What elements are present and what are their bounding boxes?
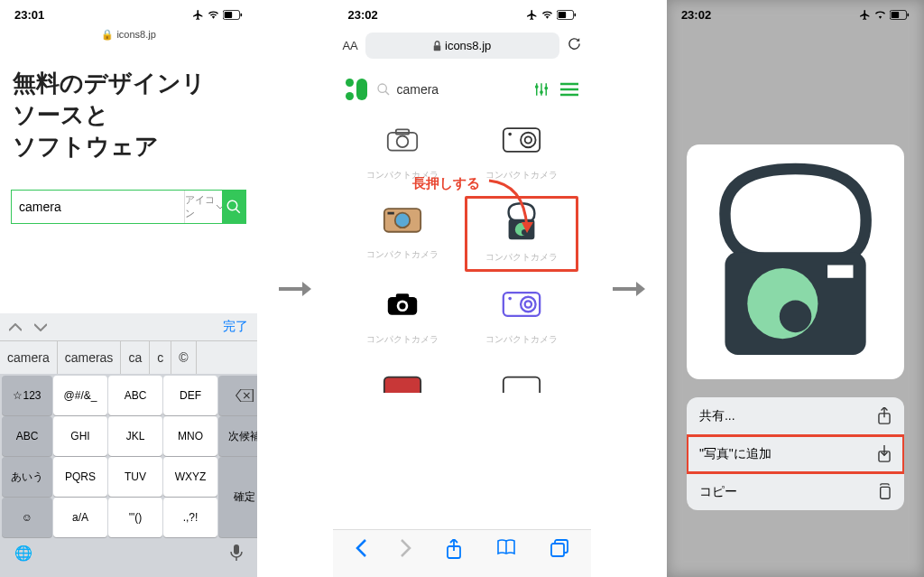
svg-point-29 xyxy=(521,133,536,148)
search-icon xyxy=(226,199,242,215)
svg-point-20 xyxy=(540,90,543,94)
suggestion[interactable]: c xyxy=(150,341,171,374)
suggestion[interactable]: © xyxy=(171,341,196,374)
svg-rect-66 xyxy=(881,487,890,498)
bookmarks-button[interactable] xyxy=(496,539,516,563)
address-bar[interactable]: icons8.jp xyxy=(365,33,559,59)
mic-icon[interactable] xyxy=(230,544,243,564)
menu-add-photos[interactable]: "写真"に追加 xyxy=(687,435,904,473)
screen-1: 23:01 🔒 icons8.jp 無料のデザインリ ソースと ソフトウェア ア… xyxy=(0,0,257,577)
kb-up-icon[interactable] xyxy=(9,323,22,331)
airplane-icon xyxy=(526,9,538,21)
icon-cell[interactable] xyxy=(465,360,578,402)
airplane-icon xyxy=(859,9,871,21)
search-button[interactable] xyxy=(222,191,245,223)
menu-share[interactable]: 共有... xyxy=(687,397,904,435)
key[interactable]: a/A xyxy=(53,498,107,537)
key[interactable]: MNO xyxy=(163,416,217,456)
suggestion[interactable]: cameras xyxy=(58,341,122,374)
search-icon xyxy=(376,82,391,97)
status-time: 23:02 xyxy=(681,8,711,22)
image-preview[interactable] xyxy=(687,144,904,379)
svg-rect-1 xyxy=(225,12,232,18)
key-backspace[interactable] xyxy=(218,376,257,415)
key[interactable]: ☆123 xyxy=(2,376,52,415)
status-time: 23:02 xyxy=(347,8,377,22)
key-emoji[interactable]: ☺ xyxy=(2,498,52,537)
svg-rect-53 xyxy=(551,544,564,556)
key[interactable]: GHI xyxy=(53,416,107,456)
safari-toolbar xyxy=(333,529,590,577)
arrow-between-1 xyxy=(273,0,317,577)
share-button[interactable] xyxy=(446,539,462,563)
app-bar: camera xyxy=(333,66,590,106)
safari-bar: AA icons8.jp xyxy=(333,25,590,66)
kb-done-button[interactable]: 完了 xyxy=(223,319,248,335)
svg-rect-7 xyxy=(234,544,239,554)
sliders-icon[interactable] xyxy=(533,81,550,98)
svg-point-41 xyxy=(400,302,406,309)
kb-down-icon[interactable] xyxy=(34,323,47,331)
category-dropdown[interactable]: アイコン xyxy=(184,191,222,223)
share-icon xyxy=(446,539,462,559)
key[interactable]: .,?! xyxy=(163,498,217,537)
svg-point-33 xyxy=(395,213,411,228)
keyboard: 完了 camera cameras ca c © ☆123 @#/&_ ABC … xyxy=(0,313,257,577)
menu-copy[interactable]: コピー xyxy=(687,473,904,510)
key[interactable]: @#/&_ xyxy=(53,376,107,415)
reload-button[interactable] xyxy=(567,36,582,55)
battery-icon xyxy=(223,10,243,20)
app-search[interactable]: camera xyxy=(376,82,523,97)
icon-cell[interactable]: コンパクトカメラ xyxy=(346,281,459,351)
status-icons xyxy=(859,9,910,21)
svg-rect-48 xyxy=(504,377,540,393)
context-menu: 共有... "写真"に追加 コピー xyxy=(687,397,904,510)
key-confirm[interactable]: 確定 xyxy=(218,457,257,537)
icon-cell[interactable]: コンパクトカメラ xyxy=(465,281,578,351)
svg-point-3 xyxy=(227,201,237,211)
tabs-icon xyxy=(550,539,568,557)
key[interactable]: WXYZ xyxy=(163,457,217,497)
svg-rect-34 xyxy=(388,212,394,215)
back-button[interactable] xyxy=(356,539,366,563)
key[interactable]: あいう xyxy=(2,457,52,497)
book-icon xyxy=(496,539,516,555)
key[interactable]: ABC xyxy=(2,416,52,456)
icon-cell[interactable] xyxy=(346,360,459,402)
key[interactable]: ABC xyxy=(108,376,162,415)
key[interactable]: TUV xyxy=(108,457,162,497)
status-time: 23:01 xyxy=(14,8,44,22)
svg-rect-11 xyxy=(558,12,565,18)
status-icons xyxy=(192,9,243,21)
key[interactable]: JKL xyxy=(108,416,162,456)
key[interactable]: 次候補 xyxy=(218,416,257,456)
svg-line-4 xyxy=(236,209,240,214)
search-input[interactable] xyxy=(12,191,184,223)
tabs-button[interactable] xyxy=(550,539,568,563)
icons8-logo[interactable] xyxy=(346,79,367,100)
lock-icon xyxy=(433,41,441,51)
camera-icon xyxy=(502,126,541,154)
svg-point-26 xyxy=(397,136,409,148)
text-size-button[interactable]: AA xyxy=(342,39,357,52)
key[interactable]: DEF xyxy=(163,376,217,415)
suggestion[interactable]: ca xyxy=(121,341,150,374)
chevron-left-icon xyxy=(356,539,366,557)
svg-rect-2 xyxy=(241,13,243,15)
mini-address: 🔒 icons8.jp xyxy=(0,25,257,50)
svg-point-46 xyxy=(508,297,512,301)
camera-icon xyxy=(502,375,541,393)
screen-2: 23:02 AA icons8.jp camera 長押しする xyxy=(333,0,590,577)
battery-icon xyxy=(890,10,910,20)
svg-point-14 xyxy=(378,84,386,92)
hamburger-icon[interactable] xyxy=(560,82,578,97)
key[interactable]: '"() xyxy=(108,498,162,537)
suggestion[interactable]: camera xyxy=(0,341,58,374)
search-row: アイコン xyxy=(11,190,246,224)
arrow-between-2 xyxy=(607,0,651,577)
key[interactable]: PQRS xyxy=(53,457,107,497)
svg-rect-13 xyxy=(434,45,441,51)
forward-button[interactable] xyxy=(401,539,411,563)
wifi-icon xyxy=(541,10,554,20)
globe-icon[interactable]: 🌐 xyxy=(14,544,32,564)
